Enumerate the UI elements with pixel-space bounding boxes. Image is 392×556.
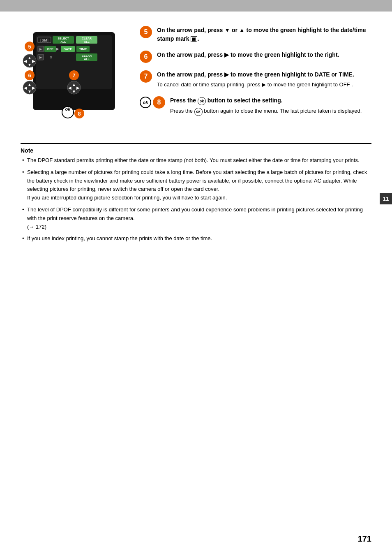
svg-text:▶: ▶ [32,59,35,63]
svg-text:◀: ◀ [24,86,27,90]
svg-text:SELECT: SELECT [58,37,69,40]
instructions-panel: 5 On the arrow pad, press ▼ or ▲ to move… [140,24,371,131]
svg-text:▼: ▼ [72,89,76,94]
svg-text:[SM]: [SM] [40,38,48,42]
svg-text:OFF: OFF [47,47,53,51]
svg-text:6: 6 [28,72,31,79]
svg-text:▲: ▲ [28,82,32,87]
step-7-badge: 7 [140,70,152,83]
note-item-3: The level of DPOF compatibility is diffe… [21,206,371,231]
svg-text:ALL: ALL [84,40,90,43]
step-7-text: On the arrow pad, press ▶ to move the gr… [157,70,371,89]
step-8-text: Press the ok button to select the settin… [170,96,371,116]
svg-text:7: 7 [72,72,75,79]
tab-number: 11 [383,196,389,202]
svg-text:▶: ▶ [76,86,80,90]
svg-text:CLEAR: CLEAR [82,54,92,57]
svg-text:ALL: ALL [84,58,90,60]
ok-badge-inline2: ok [194,108,203,116]
step-8-body: Press the ok button again to close the m… [170,107,371,116]
top-section: [SM] SELECT ALL CLEAR ALL ▶ OFF ▶ [21,24,371,131]
camera-svg: [SM] SELECT ALL CLEAR ALL ▶ OFF ▶ [21,24,127,131]
note-item-1: The DPOF standard permits printing eithe… [21,156,371,165]
ok-badge-step8: ok [140,97,151,108]
step-7-body: To cancel date or time stamp printing, p… [157,81,371,89]
svg-text:S: S [50,56,52,59]
main-content: [SM] SELECT ALL CLEAR ALL ▶ OFF ▶ [0,12,392,259]
note-title: Note [21,147,371,154]
svg-text:◀: ◀ [24,59,27,63]
step-6-block: 6 On the arrow pad, press ▶ to move the … [140,51,371,63]
svg-text:◀: ◀ [68,86,71,90]
svg-text:▲: ▲ [72,82,76,87]
svg-text:▶: ▶ [39,56,42,59]
step-5-badge: 5 [140,26,152,38]
svg-text:5: 5 [28,44,31,50]
svg-text:▲: ▲ [28,56,32,60]
svg-text:DATE: DATE [63,47,72,51]
svg-text:▶: ▶ [32,86,35,90]
step-8-block: ok 8 Press the ok button to select the s… [140,96,371,116]
step-5-bold: On the arrow pad, press ▼ or ▲ to move t… [157,27,366,42]
note-item-4: If you use index printing, you cannot st… [21,234,371,243]
svg-text:8: 8 [78,111,81,117]
section-tab: 11 [380,193,392,204]
svg-text:CLEAR: CLEAR [82,37,92,40]
svg-text:▼: ▼ [28,63,32,67]
page-number: 171 [358,534,371,544]
step-8-badge: 8 [153,96,165,109]
svg-text:▶: ▶ [39,47,42,51]
step-6-text: On the arrow pad, press ▶ to move the gr… [157,51,371,59]
step-7-block: 7 On the arrow pad, press ▶ to move the … [140,70,371,89]
ok-badge-inline: ok [198,97,206,105]
top-bar [0,0,392,12]
step-6-bold: On the arrow pad, press ▶ to move the gr… [157,51,339,58]
svg-text:▶: ▶ [56,46,59,51]
step-5-block: 5 On the arrow pad, press ▼ or ▲ to move… [140,26,371,43]
camera-diagram: [SM] SELECT ALL CLEAR ALL ▶ OFF ▶ [21,24,127,131]
svg-text:▼: ▼ [28,89,32,94]
step-6-badge: 6 [140,51,152,63]
svg-text:ok: ok [65,107,71,111]
note-item-2: Selecting a large number of pictures for… [21,168,371,202]
step-8-bold: Press the ok button to select the settin… [170,97,283,104]
step-5-text: On the arrow pad, press ▼ or ▲ to move t… [157,26,371,43]
step-7-bold: On the arrow pad, press ▶ to move the gr… [157,71,354,78]
svg-text:ALL: ALL [60,40,66,43]
svg-text:TIME: TIME [79,47,87,51]
note-section: Note The DPOF standard permits printing … [21,143,371,243]
